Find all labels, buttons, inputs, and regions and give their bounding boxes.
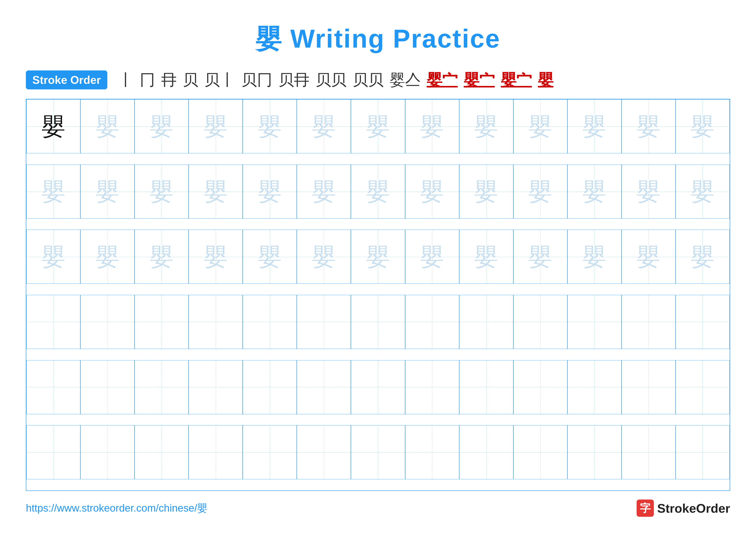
char-light: 嬰 <box>528 180 552 203</box>
char-light: 嬰 <box>150 180 174 203</box>
char-light: 嬰 <box>96 114 120 138</box>
char-light: 嬰 <box>96 245 120 268</box>
footer-logo: 字 StrokeOrder <box>636 499 730 517</box>
grid-cell-empty[interactable] <box>513 295 567 349</box>
grid-cell-empty[interactable] <box>459 360 513 414</box>
char-light: 嬰 <box>691 114 715 138</box>
grid-cell: 嬰 <box>459 230 513 284</box>
grid-cell-empty[interactable] <box>351 360 405 414</box>
grid-cell-empty[interactable] <box>189 425 243 479</box>
char-light: 嬰 <box>636 245 660 268</box>
char-light: 嬰 <box>420 180 444 203</box>
char-light: 嬰 <box>366 245 390 268</box>
grid-cell-empty[interactable] <box>189 360 243 414</box>
grid-cell: 嬰 <box>513 230 567 284</box>
char-light: 嬰 <box>636 114 660 138</box>
stroke-step-13: 嬰 <box>538 69 554 90</box>
char-light: 嬰 <box>312 114 336 138</box>
grid-cell: 嬰 <box>459 165 513 219</box>
grid-cell-empty[interactable] <box>26 360 80 414</box>
grid-cell-empty[interactable] <box>243 425 297 479</box>
grid-cell-empty[interactable] <box>80 425 134 479</box>
char-light: 嬰 <box>420 245 444 268</box>
grid-cell: 嬰 <box>134 165 189 219</box>
grid-cell: 嬰 <box>459 99 513 153</box>
grid-cell-empty[interactable] <box>80 360 134 414</box>
grid-cell-empty[interactable] <box>134 295 189 349</box>
grid-cell: 嬰 <box>405 230 459 284</box>
stroke-order-row: Stroke Order 丨冂冄贝贝丨贝冂贝冄贝贝贝贝婴亼婴宀嬰宀嬰宀嬰 <box>26 69 730 90</box>
stroke-step-7: 贝贝 <box>315 69 346 90</box>
grid-cell-empty[interactable] <box>26 425 80 479</box>
grid-cell-empty[interactable] <box>297 295 351 349</box>
grid-cell-empty[interactable] <box>351 295 405 349</box>
page-title: 嬰 Writing Practice <box>256 21 500 57</box>
grid-cell-empty[interactable] <box>134 425 189 479</box>
char-light: 嬰 <box>528 114 552 138</box>
grid-cell-empty[interactable] <box>622 360 676 414</box>
char-light: 嬰 <box>474 180 498 203</box>
grid-cell-empty[interactable] <box>189 295 243 349</box>
grid-cell-empty[interactable] <box>351 425 405 479</box>
char-light: 嬰 <box>366 180 390 203</box>
grid-cell-empty[interactable] <box>405 425 459 479</box>
grid-cell-empty[interactable] <box>26 295 80 349</box>
grid-cell-empty[interactable] <box>676 295 730 349</box>
char-light: 嬰 <box>474 114 498 138</box>
grid-cell: 嬰 <box>622 99 676 153</box>
grid-cell-empty[interactable] <box>243 360 297 414</box>
grid-cell: 嬰 <box>676 230 730 284</box>
char-light: 嬰 <box>204 114 228 138</box>
grid-cell-empty[interactable] <box>513 360 567 414</box>
grid-cell: 嬰 <box>297 99 351 153</box>
grid-cell-empty[interactable] <box>297 360 351 414</box>
grid-cell-empty[interactable] <box>622 425 676 479</box>
page: 嬰 Writing Practice Stroke Order 丨冂冄贝贝丨贝冂… <box>0 0 756 534</box>
grid-cell: 嬰 <box>405 165 459 219</box>
grid-cell: 嬰 <box>80 99 134 153</box>
grid-cell: 嬰 <box>189 165 243 219</box>
char-light: 嬰 <box>420 114 444 138</box>
grid-cell: 嬰 <box>189 230 243 284</box>
grid-cell: 嬰 <box>189 99 243 153</box>
char-light: 嬰 <box>204 180 228 203</box>
char-light: 嬰 <box>636 180 660 203</box>
char-dark: 嬰 <box>41 114 65 138</box>
grid-cell-empty[interactable] <box>459 295 513 349</box>
char-light: 嬰 <box>528 245 552 268</box>
grid-cell-empty[interactable] <box>459 425 513 479</box>
grid-cell: 嬰 <box>567 99 622 153</box>
grid-cell-empty[interactable] <box>405 360 459 414</box>
grid-cell: 嬰 <box>297 165 351 219</box>
logo-icon: 字 <box>636 499 654 517</box>
grid-cell: 嬰 <box>351 165 405 219</box>
grid-cell-empty[interactable] <box>243 295 297 349</box>
grid-cell-empty[interactable] <box>567 360 622 414</box>
grid-cell-empty[interactable] <box>297 425 351 479</box>
grid-cell-empty[interactable] <box>80 295 134 349</box>
grid-cell: 嬰 <box>351 99 405 153</box>
grid-cell: 嬰 <box>676 165 730 219</box>
stroke-step-11: 嬰宀 <box>464 69 495 90</box>
grid-cell-empty[interactable] <box>405 295 459 349</box>
char-light: 嬰 <box>582 180 606 203</box>
stroke-step-5: 贝冂 <box>241 69 272 90</box>
stroke-step-0: 丨 <box>118 69 134 90</box>
grid-cell-empty[interactable] <box>567 425 622 479</box>
grid-cell-empty[interactable] <box>134 360 189 414</box>
char-light: 嬰 <box>474 245 498 268</box>
grid-cell: 嬰 <box>622 230 676 284</box>
char-light: 嬰 <box>312 245 336 268</box>
grid-cell-empty[interactable] <box>676 425 730 479</box>
grid-cell-empty[interactable] <box>622 295 676 349</box>
grid-cell-empty[interactable] <box>513 425 567 479</box>
stroke-step-4: 贝丨 <box>204 69 235 90</box>
grid-cell-empty[interactable] <box>567 295 622 349</box>
char-light: 嬰 <box>41 180 65 203</box>
footer: https://www.strokeorder.com/chinese/嬰 字 … <box>26 499 730 517</box>
grid-cell: 嬰 <box>80 165 134 219</box>
stroke-step-10: 婴宀 <box>427 69 458 90</box>
char-light: 嬰 <box>258 245 282 268</box>
grid-cell-empty[interactable] <box>676 360 730 414</box>
grid-cell: 嬰 <box>297 230 351 284</box>
